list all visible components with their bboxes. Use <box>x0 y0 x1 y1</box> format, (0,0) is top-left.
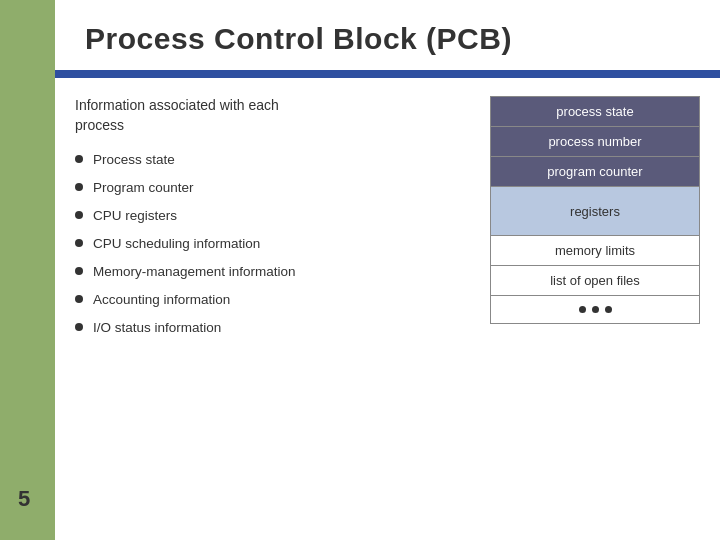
main-content: Process Control Block (PCB) Information … <box>55 0 720 540</box>
bullet-text: Program counter <box>93 179 194 198</box>
left-sidebar: 5 <box>0 0 55 540</box>
bullet-dot <box>75 183 83 191</box>
intro-text: Information associated with each process <box>75 96 470 135</box>
bullet-dot <box>75 267 83 275</box>
slide: 5 Process Control Block (PCB) Informatio… <box>0 0 720 540</box>
bullet-dot <box>75 323 83 331</box>
text-content: Information associated with each process… <box>75 96 470 346</box>
pcb-dots <box>490 295 700 324</box>
bullet-text: CPU scheduling information <box>93 235 260 254</box>
list-item: Accounting information <box>75 291 470 310</box>
bullet-dot <box>75 295 83 303</box>
list-item: Program counter <box>75 179 470 198</box>
title-bar: Process Control Block (PCB) <box>55 0 720 70</box>
list-item: Memory-management information <box>75 263 470 282</box>
bullet-list: Process stateProgram counterCPU register… <box>75 151 470 337</box>
dot-icon <box>579 306 586 313</box>
bullet-dot <box>75 155 83 163</box>
pcb-row: process state <box>490 96 700 127</box>
page-title: Process Control Block (PCB) <box>85 22 512 55</box>
bullet-text: Memory-management information <box>93 263 296 282</box>
pcb-row: list of open files <box>490 265 700 296</box>
bullet-text: I/O status information <box>93 319 221 338</box>
dot-icon <box>592 306 599 313</box>
pcb-row: registers <box>490 186 700 236</box>
slide-number: 5 <box>18 486 30 512</box>
body-section: Information associated with each process… <box>55 78 720 356</box>
bullet-dot <box>75 239 83 247</box>
pcb-row: process number <box>490 126 700 157</box>
list-item: CPU registers <box>75 207 470 226</box>
bullet-text: CPU registers <box>93 207 177 226</box>
pcb-row: program counter <box>490 156 700 187</box>
dot-icon <box>605 306 612 313</box>
pcb-diagram: process stateprocess numberprogram count… <box>490 96 700 346</box>
bullet-text: Accounting information <box>93 291 230 310</box>
accent-bar <box>55 70 720 78</box>
pcb-row: memory limits <box>490 235 700 266</box>
bullet-dot <box>75 211 83 219</box>
list-item: CPU scheduling information <box>75 235 470 254</box>
list-item: Process state <box>75 151 470 170</box>
bullet-text: Process state <box>93 151 175 170</box>
list-item: I/O status information <box>75 319 470 338</box>
